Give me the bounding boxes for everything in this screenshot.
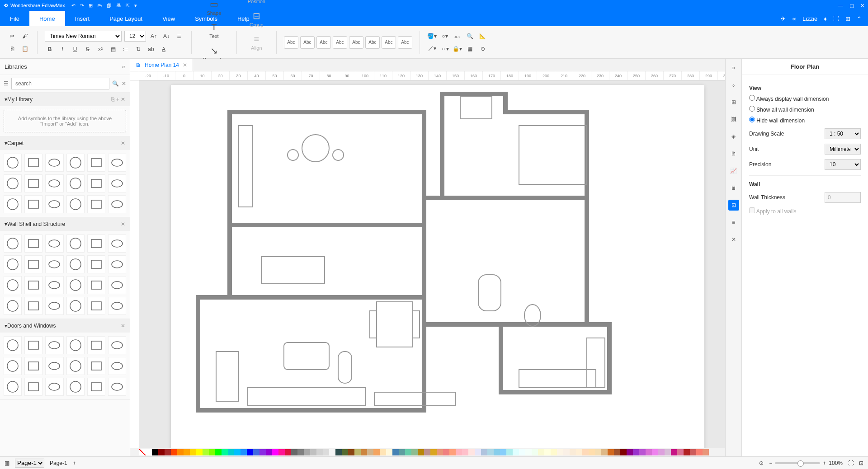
format-painter-icon[interactable]: 🖌 (20, 31, 30, 41)
color-swatch-2[interactable] (158, 449, 165, 455)
color-none[interactable] (139, 449, 146, 455)
color-swatch-42[interactable] (411, 449, 418, 455)
carpet-shape-9[interactable] (66, 174, 85, 192)
style-preset-2[interactable]: Abc (316, 36, 331, 49)
font-size-select[interactable]: 12 (124, 31, 146, 42)
color-swatch-75[interactable] (620, 449, 627, 455)
ruler-icon[interactable]: 📐 (478, 31, 488, 41)
color-swatch-0[interactable] (146, 449, 152, 455)
color-swatch-47[interactable] (443, 449, 449, 455)
color-swatch-7[interactable] (190, 449, 196, 455)
underline-icon[interactable]: U (70, 44, 80, 54)
search-icon[interactable]: 🔍 (465, 31, 475, 41)
rail-icon-2[interactable]: ⊞ (728, 97, 739, 108)
qat-new[interactable]: ⊞ (89, 3, 93, 9)
canvas-viewport[interactable]: -20-100102030405060708090100110120130140… (130, 71, 725, 448)
play-icon[interactable]: ⊙ (759, 460, 764, 466)
door-shape-3[interactable] (66, 336, 85, 354)
font-color-icon[interactable]: A (159, 44, 169, 54)
color-swatch-9[interactable] (203, 449, 209, 455)
close-icon[interactable]: ✕ (860, 3, 864, 9)
apps-icon[interactable]: ⊞ (845, 15, 850, 22)
zoom-out-icon[interactable]: − (769, 460, 772, 466)
qat-save[interactable]: 🗐 (107, 3, 112, 9)
door-shape-5[interactable] (108, 336, 126, 354)
fullscreen-icon[interactable]: ⊡ (859, 460, 863, 466)
wall-shape-10[interactable] (87, 255, 105, 273)
wall-shape-12[interactable] (4, 276, 22, 294)
carpet-shape-15[interactable] (66, 195, 85, 213)
color-swatch-56[interactable] (500, 449, 506, 455)
color-swatch-23[interactable] (291, 449, 297, 455)
wall-shape-19[interactable] (24, 297, 42, 315)
carpet-shape-6[interactable] (4, 174, 22, 192)
color-swatch-11[interactable] (215, 449, 222, 455)
carpet-close-icon[interactable]: ✕ (121, 140, 125, 146)
color-swatch-37[interactable] (380, 449, 386, 455)
qat-redo[interactable]: ↷ (80, 3, 84, 9)
color-swatch-69[interactable] (582, 449, 589, 455)
color-swatch-13[interactable] (228, 449, 234, 455)
color-swatch-72[interactable] (601, 449, 608, 455)
carpet-shape-14[interactable] (45, 195, 63, 213)
wall-shape-7[interactable] (24, 255, 42, 273)
zoom-slider[interactable] (775, 462, 820, 464)
wall-shape-22[interactable] (87, 297, 105, 315)
fit-page-icon[interactable]: ⛶ (848, 460, 854, 466)
door-shape-1[interactable] (24, 336, 42, 354)
tab-insert[interactable]: Insert (65, 11, 100, 26)
color-swatch-79[interactable] (646, 449, 652, 455)
wall-shape-13[interactable] (24, 276, 42, 294)
add-page-icon[interactable]: + (73, 460, 76, 466)
carpet-shape-4[interactable] (87, 154, 105, 172)
door-shape-0[interactable] (4, 336, 22, 354)
fill-icon[interactable]: 🪣▾ (427, 31, 437, 41)
precision-select[interactable]: 10 (825, 159, 861, 170)
superscript-icon[interactable]: x² (95, 44, 105, 54)
wall-shape-8[interactable] (45, 255, 63, 273)
rail-icon-0[interactable]: » (728, 62, 739, 73)
color-swatch-21[interactable] (278, 449, 285, 455)
color-swatch-6[interactable] (184, 449, 190, 455)
color-swatch-1[interactable] (152, 449, 158, 455)
carpet-shape-1[interactable] (24, 154, 42, 172)
lib-section-header-wall[interactable]: ▾ Wall Shell and Structure ✕ (0, 217, 130, 231)
layers-icon[interactable]: ▦ (465, 44, 475, 54)
door-shape-8[interactable] (45, 357, 63, 375)
color-swatch-5[interactable] (177, 449, 184, 455)
style-preset-4[interactable]: Abc (349, 36, 363, 49)
color-swatch-14[interactable] (234, 449, 241, 455)
lock-icon[interactable]: 🔒▾ (453, 44, 462, 54)
qat-open[interactable]: 🗁 (97, 3, 102, 9)
tab-page-layout[interactable]: Page Layout (99, 11, 152, 26)
lib-section-header-carpet[interactable]: ▾ Carpet ✕ (0, 136, 130, 150)
color-swatch-28[interactable] (323, 449, 329, 455)
color-swatch-54[interactable] (487, 449, 494, 455)
door-shape-15[interactable] (66, 378, 85, 396)
color-swatch-27[interactable] (316, 449, 323, 455)
color-swatch-55[interactable] (494, 449, 500, 455)
wall-shape-2[interactable] (45, 234, 63, 253)
wall-close-icon[interactable]: ✕ (121, 221, 125, 227)
color-swatch-12[interactable] (222, 449, 228, 455)
color-swatch-76[interactable] (627, 449, 633, 455)
color-swatch-4[interactable] (171, 449, 177, 455)
wall-shape-11[interactable] (108, 255, 126, 273)
tab-home[interactable]: Home (29, 11, 65, 26)
document-tab[interactable]: 🗎 Home Plan 14 ✕ (130, 59, 193, 71)
door-shape-6[interactable] (4, 357, 22, 375)
color-swatch-70[interactable] (589, 449, 595, 455)
wall-shape-4[interactable] (87, 234, 105, 253)
carpet-shape-13[interactable] (24, 195, 42, 213)
bold-icon[interactable]: B (45, 44, 55, 54)
color-swatch-20[interactable] (272, 449, 278, 455)
user-name[interactable]: Lizzie (802, 15, 817, 22)
color-swatch-25[interactable] (304, 449, 310, 455)
wall-shape-1[interactable] (24, 234, 42, 253)
collapse-ribbon-icon[interactable]: ⌃ (857, 15, 862, 22)
lib-collapse-icon[interactable]: « (122, 63, 125, 70)
carpet-shape-16[interactable] (87, 195, 105, 213)
door-shape-9[interactable] (66, 357, 85, 375)
rail-icon-5[interactable]: 🗎 (728, 148, 739, 159)
wall-shape-23[interactable] (108, 297, 126, 315)
